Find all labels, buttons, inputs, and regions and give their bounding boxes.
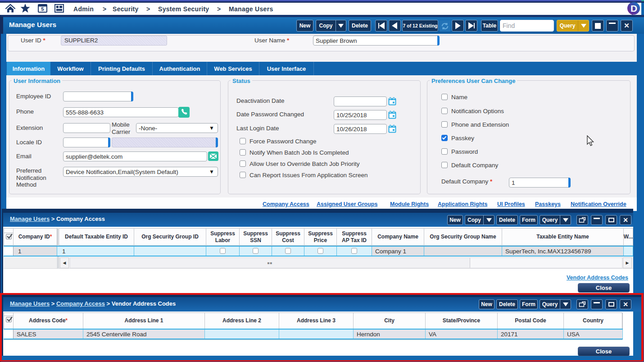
svg-text:5: 5	[41, 6, 44, 12]
svg-text:D: D	[630, 3, 637, 14]
